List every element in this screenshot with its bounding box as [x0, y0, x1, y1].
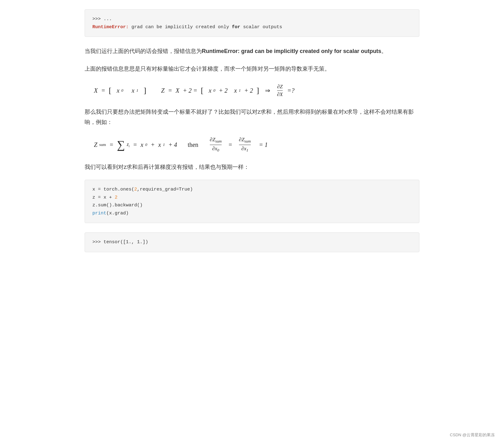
- code-num-2b: 2: [115, 195, 117, 200]
- frac-num-Zsum-2: ∂Zsum: [239, 137, 251, 145]
- code-line-backward: z.sum().backward(): [92, 201, 412, 209]
- math-Z-def: Z = X + 2 = [ x0 + 2 x1 + 2 ]: [161, 86, 259, 95]
- code-print-keyword: print: [92, 211, 106, 216]
- code-line-2: RuntimeError: grad can be implicitly cre…: [92, 23, 412, 31]
- error-label: RuntimeError:: [92, 24, 129, 30]
- paragraph-2: 上面的报错信息意思是只有对标量输出它才会计算梯度，而求一个矩阵对另一矩阵的导数束…: [85, 64, 419, 74]
- para1-bold: RuntimeError: grad can be implicitly cre…: [202, 48, 381, 54]
- code-print-args: (x.grad): [106, 211, 129, 216]
- code-x-assign: x = torch.ones(: [92, 187, 134, 192]
- math-equation-2: Zsum = ∑ zi = x0 + x1 + 4 then ∂Zsum ∂x0…: [94, 137, 419, 153]
- code-x-end: ,requires_grad=True): [137, 187, 193, 192]
- code-line-print: print(x.grad): [92, 209, 412, 218]
- error-code-block: >>> ... RuntimeError: grad can be implic…: [85, 9, 419, 37]
- error-message-part2: scalar outputs: [243, 24, 282, 30]
- math-deriv-1: ∂Z ∂X =?: [276, 84, 294, 98]
- frac-den-x0: ∂x0: [212, 146, 219, 153]
- code-line-z: z = x + 2: [92, 194, 412, 202]
- paragraph-3: 那么我们只要想办法把矩阵转变成一个标量不就好了？比如我们可以对z求和，然后用求和…: [85, 107, 419, 128]
- math-frac-dZsum-dx0: ∂Zsum ∂x0: [210, 137, 222, 153]
- frac-denominator-1: ∂X: [277, 91, 283, 98]
- math-equals-2: =: [228, 141, 232, 148]
- math-frac-dZsum-dx1: ∂Zsum ∂x1: [239, 137, 251, 153]
- code-block-output: >>> tensor([1., 1.]): [85, 232, 419, 252]
- code-num-2: 2: [134, 187, 137, 192]
- math-equation-1: X = [ x0 x1 ] Z = X + 2 = [ x0 + 2 x1 + …: [94, 84, 419, 98]
- paragraph-4: 我们可以看到对z求和后再计算梯度没有报错，结果也与预期一样：: [85, 162, 419, 172]
- frac-numerator-1: ∂Z: [277, 84, 283, 91]
- code-line-x: x = torch.ones(2,requires_grad=True): [92, 186, 412, 194]
- output-line-1: >>> tensor([1., 1.]): [92, 238, 412, 246]
- math-Zsum-def: Zsum = ∑ zi = x0 + x1 + 4: [94, 139, 177, 150]
- code-line-1: >>> ...: [92, 15, 412, 23]
- math-partial-Zsum-x1: ∂Zsum ∂x1: [238, 137, 252, 153]
- math-frac-dZ-dX: ∂Z ∂X: [277, 84, 283, 98]
- paragraph-1: 当我们运行上面的代码的话会报错，报错信息为RuntimeError: grad …: [85, 46, 419, 56]
- math-then-word: then: [188, 141, 198, 148]
- for-keyword: for: [232, 24, 240, 30]
- code-block-2: x = torch.ones(2,requires_grad=True) z =…: [85, 180, 419, 223]
- frac-den-x1: ∂x1: [241, 146, 248, 153]
- math-equals-1: = 1: [257, 141, 268, 148]
- prompt-symbol: >>> ...: [92, 16, 112, 22]
- math-arrow-1: ⇒: [263, 87, 272, 94]
- code-z-assign: z = x +: [92, 195, 115, 200]
- page-container: >>> ... RuntimeError: grad can be implic…: [66, 0, 438, 280]
- error-message-part1: grad can be implicitly created only: [131, 24, 232, 30]
- para1-suffix: 。: [381, 48, 387, 54]
- math-partial-Zsum-x0: ∂Zsum ∂x0: [209, 137, 223, 153]
- para1-prefix: 当我们运行上面的代码的话会报错，报错信息为: [85, 48, 202, 54]
- frac-num-Zsum-1: ∂Zsum: [210, 137, 222, 145]
- math-X-def: X = [ x0 x1 ]: [94, 86, 146, 95]
